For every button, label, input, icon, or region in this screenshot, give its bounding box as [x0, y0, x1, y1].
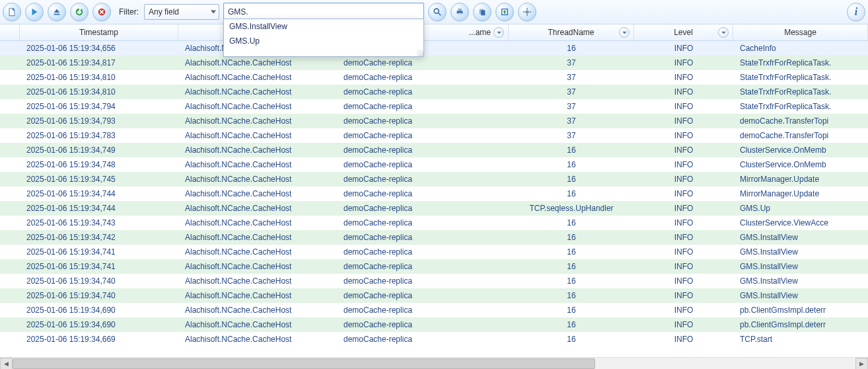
svg-rect-4: [458, 13, 461, 16]
export-icon[interactable]: [495, 3, 514, 21]
filter-icon[interactable]: [619, 27, 630, 38]
cell-level: INFO: [634, 160, 733, 169]
header-message[interactable]: Message: [733, 24, 868, 40]
cell-level: INFO: [634, 145, 733, 155]
cell-name: demoCache-replica: [337, 145, 509, 155]
table-row[interactable]: 2025-01-06 15:19:34,793Alachisoft.NCache…: [0, 114, 868, 128]
cell-name: demoCache-replica: [337, 262, 509, 271]
cell-name: demoCache-replica: [337, 116, 509, 126]
cell-message: ClusterService.OnMemb: [733, 145, 868, 155]
table-body: 2025-01-06 15:19:34,656Alachisoft.NCach.…: [0, 41, 868, 357]
cell-timestamp: 2025-01-06 15:19:34,817: [20, 58, 178, 67]
autocomplete-option[interactable]: GMS.InstallView: [224, 19, 423, 34]
table-row[interactable]: 2025-01-06 15:19:34,656Alachisoft.NCach.…: [0, 41, 868, 56]
field-select[interactable]: Any field: [144, 4, 219, 20]
horizontal-scrollbar[interactable]: ◀ ▶: [0, 357, 868, 369]
table-row[interactable]: 2025-01-06 15:19:34,749Alachisoft.NCache…: [0, 143, 868, 157]
resize-grip-icon[interactable]: [224, 48, 423, 56]
cell-level: INFO: [634, 58, 733, 67]
filter-icon[interactable]: [718, 27, 729, 38]
svg-point-1: [434, 9, 439, 13]
cell-message: GMS.InstallView: [733, 247, 868, 257]
svg-rect-10: [526, 15, 528, 17]
cell-level: INFO: [634, 291, 733, 300]
cell-timestamp: 2025-01-06 15:19:34,810: [20, 87, 178, 97]
table-row[interactable]: 2025-01-06 15:19:34,810Alachisoft.NCache…: [0, 70, 868, 85]
cell-message: CacheInfo: [733, 44, 868, 53]
cell-message: StateTrxfrForReplicaTask.: [733, 58, 868, 67]
table-row[interactable]: 2025-01-06 15:19:34,669Alachisoft.NCache…: [0, 332, 868, 347]
table-row[interactable]: 2025-01-06 15:19:34,690Alachisoft.NCache…: [0, 317, 868, 332]
eject-icon[interactable]: [48, 3, 66, 21]
header-timestamp[interactable]: Timestamp: [20, 24, 178, 40]
cell-name: demoCache-replica: [337, 291, 509, 300]
cell-threadname: 37: [509, 116, 634, 126]
header-threadname[interactable]: ThreadName: [509, 24, 634, 40]
table-row[interactable]: 2025-01-06 15:19:34,817Alachisoft.NCache…: [0, 56, 868, 70]
header-blank[interactable]: [0, 24, 20, 40]
header-level[interactable]: Level: [634, 24, 733, 40]
cell-message: StateTrxfrForReplicaTask.: [733, 102, 868, 111]
cell-timestamp: 2025-01-06 15:19:34,690: [20, 306, 178, 315]
scroll-right-icon[interactable]: ▶: [855, 358, 868, 369]
cell-threadname: 16: [509, 145, 634, 155]
cell-message: GMS.InstallView: [733, 262, 868, 271]
filter-icon[interactable]: [493, 27, 504, 38]
play-icon[interactable]: [25, 3, 44, 21]
cell-level: INFO: [634, 116, 733, 126]
cell-level: INFO: [634, 102, 733, 111]
cell-name: demoCache-replica: [337, 233, 509, 242]
cell-threadname: 37: [509, 131, 634, 140]
table-row[interactable]: 2025-01-06 15:19:34,794Alachisoft.NCache…: [0, 99, 868, 114]
scroll-track[interactable]: [13, 358, 855, 369]
cell-timestamp: 2025-01-06 15:19:34,745: [20, 175, 178, 184]
stop-icon[interactable]: [92, 3, 111, 21]
cell-level: INFO: [634, 276, 733, 286]
gear-icon[interactable]: [518, 3, 536, 21]
scroll-left-icon[interactable]: ◀: [0, 358, 13, 369]
table-row[interactable]: 2025-01-06 15:19:34,740Alachisoft.NCache…: [0, 288, 868, 303]
table-row[interactable]: 2025-01-06 15:19:34,745Alachisoft.NCache…: [0, 172, 868, 186]
cell-process: Alachisoft.NCache.CacheHost: [178, 218, 337, 227]
refresh-icon[interactable]: [70, 3, 89, 21]
table-row[interactable]: 2025-01-06 15:19:34,743Alachisoft.NCache…: [0, 216, 868, 230]
cell-name: demoCache-replica: [337, 276, 509, 286]
cell-timestamp: 2025-01-06 15:19:34,741: [20, 247, 178, 257]
cell-level: INFO: [634, 44, 733, 53]
toolbar: Filter: Any field GMS.InstallView GMS.Up…: [0, 0, 868, 24]
table-row[interactable]: 2025-01-06 15:19:34,783Alachisoft.NCache…: [0, 128, 868, 143]
table-row[interactable]: 2025-01-06 15:19:34,810Alachisoft.NCache…: [0, 85, 868, 99]
cell-name: demoCache-replica: [337, 189, 509, 198]
cell-level: INFO: [634, 233, 733, 242]
cell-message: GMS.Up: [733, 204, 868, 213]
scroll-thumb[interactable]: [13, 358, 595, 369]
info-icon[interactable]: i: [847, 3, 865, 21]
table-row[interactable]: 2025-01-06 15:19:34,742Alachisoft.NCache…: [0, 230, 868, 245]
autocomplete-option[interactable]: GMS.Up: [224, 34, 423, 48]
copy-icon[interactable]: [473, 3, 491, 21]
table-row[interactable]: 2025-01-06 15:19:34,744Alachisoft.NCache…: [0, 186, 868, 201]
cell-timestamp: 2025-01-06 15:19:34,669: [20, 335, 178, 344]
cell-threadname: 16: [509, 160, 634, 169]
cell-timestamp: 2025-01-06 15:19:34,748: [20, 160, 178, 169]
cell-process: Alachisoft.NCache.CacheHost: [178, 291, 337, 300]
cell-name: demoCache-replica: [337, 87, 509, 97]
cell-threadname: TCP.seqless.UpHandler: [509, 204, 634, 213]
table-row[interactable]: 2025-01-06 15:19:34,690Alachisoft.NCache…: [0, 303, 868, 317]
print-icon[interactable]: [451, 3, 469, 21]
search-icon[interactable]: [428, 3, 447, 21]
table-row[interactable]: 2025-01-06 15:19:34,748Alachisoft.NCache…: [0, 157, 868, 172]
cell-threadname: 37: [509, 58, 634, 67]
chevron-down-icon: [211, 11, 216, 14]
cell-process: Alachisoft.NCache.CacheHost: [178, 204, 337, 213]
table-row[interactable]: 2025-01-06 15:19:34,741Alachisoft.NCache…: [0, 245, 868, 259]
cell-timestamp: 2025-01-06 15:19:34,690: [20, 320, 178, 329]
cell-threadname: 16: [509, 218, 634, 227]
document-icon[interactable]: [3, 3, 21, 21]
cell-timestamp: 2025-01-06 15:19:34,740: [20, 291, 178, 300]
table-row[interactable]: 2025-01-06 15:19:34,741Alachisoft.NCache…: [0, 259, 868, 274]
cell-name: demoCache-replica: [337, 218, 509, 227]
cell-name: demoCache-replica: [337, 160, 509, 169]
table-row[interactable]: 2025-01-06 15:19:34,740Alachisoft.NCache…: [0, 274, 868, 288]
table-row[interactable]: 2025-01-06 15:19:34,744Alachisoft.NCache…: [0, 201, 868, 216]
